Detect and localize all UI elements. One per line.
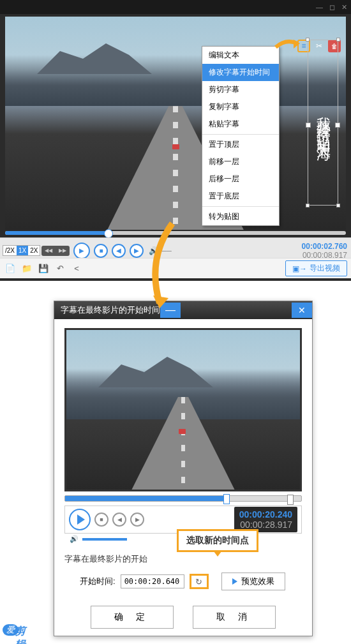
save-icon[interactable]: 💾 — [37, 262, 50, 275]
minimize-icon[interactable]: — — [316, 3, 323, 11]
undo-icon[interactable]: ↶ — [54, 262, 66, 275]
preview-button[interactable]: 预览效果 — [221, 573, 285, 590]
dialog-buttons: 确 定 取 消 — [64, 606, 302, 629]
frame-nav[interactable]: ◀◀▶▶ — [41, 246, 70, 256]
annotation-arrow — [140, 220, 179, 310]
dialog-prev-frame[interactable]: ◀ — [112, 513, 126, 527]
ctx-paste-subtitle[interactable]: 粘贴字幕 — [202, 116, 279, 133]
dialog-input-row: 开始时间: ↻ 预览效果 — [64, 573, 302, 590]
ctx-copy-subtitle[interactable]: 复制字幕 — [202, 98, 279, 116]
ctx-move-forward[interactable]: 前移一层 — [202, 153, 279, 170]
share-icon[interactable]: < — [70, 262, 83, 275]
dialog-titlebar: 字幕在最终影片的开始时间 — ✕ — [54, 301, 312, 319]
start-time-input[interactable] — [121, 574, 184, 588]
dialog-play-button[interactable] — [69, 509, 91, 530]
app-logo: 爱 剪辑 — [3, 624, 33, 641]
dialog-time-display: 00:00:20.240 00:00:28.917 — [234, 507, 297, 532]
current-time: 00:00:02.760 — [302, 242, 347, 251]
ctx-bring-front[interactable]: 置于顶层 — [202, 136, 279, 153]
dialog-next-frame[interactable]: ▶ — [130, 513, 144, 527]
dialog-start-label-prefix: 字幕在最终影片的开始 — [64, 554, 147, 564]
dialog-current-time: 00:00:20.240 — [239, 509, 292, 520]
start-time-label: 开始时间: — [80, 576, 116, 587]
dialog-seekbar[interactable] — [64, 495, 302, 502]
ok-button[interactable]: 确 定 — [91, 606, 174, 629]
open-icon[interactable]: 📁 — [20, 262, 33, 275]
window-titlebar: — ◻ ✕ — [0, 0, 351, 14]
dialog-label-row: 字幕在最终影片的开始 选取新的时间点 — [64, 553, 302, 565]
annotation-arrow-top — [274, 37, 300, 50]
export-video-button[interactable]: ▣→ 导出视频 — [285, 260, 347, 276]
seekbar-thumb[interactable] — [223, 494, 230, 504]
subtitle-text-box[interactable]: 我曾经跨过山和大海 — [308, 40, 338, 206]
volume-slider[interactable] — [82, 538, 127, 541]
stop-button[interactable]: ■ — [94, 244, 108, 258]
speed-2x[interactable]: 2X — [28, 246, 40, 255]
ctx-send-back[interactable]: 置于底层 — [202, 188, 279, 205]
video-car — [172, 144, 179, 149]
pick-time-button[interactable]: ↻ — [190, 574, 209, 589]
play-button[interactable]: ▶ — [73, 243, 90, 259]
new-icon[interactable]: 📄 — [4, 262, 17, 275]
speed-selector[interactable]: /2X 1X 2X — [3, 245, 40, 256]
dialog-stop-button[interactable]: ■ — [94, 513, 108, 527]
prev-frame-button[interactable]: ◀ — [112, 244, 126, 258]
video-scene — [5, 55, 346, 106]
dialog-total-time: 00:00:28.917 — [239, 520, 292, 530]
subtitle-text[interactable]: 我曾经跨过山和大海 — [308, 40, 339, 205]
ctx-modify-start-time[interactable]: 修改字幕开始时间 — [202, 64, 279, 81]
ctx-move-backward[interactable]: 后移一层 — [202, 170, 279, 188]
start-time-dialog: 字幕在最终影片的开始时间 — ✕ ■ ◀ ▶ 00:00:20.240 00:0… — [54, 301, 313, 636]
dialog-close-button[interactable]: ✕ — [292, 303, 312, 318]
ctx-cut-subtitle[interactable]: 剪切字幕 — [202, 81, 279, 98]
time-display: 00:00:02.760 00:00:08.917 — [302, 242, 347, 260]
export-icon: ▣→ — [292, 264, 307, 273]
cancel-button[interactable]: 取 消 — [193, 606, 276, 629]
volume-icon[interactable]: 🔊 — [70, 535, 78, 543]
logo-text: 剪辑 — [15, 625, 33, 644]
maximize-icon[interactable]: ◻ — [329, 3, 335, 11]
close-icon[interactable]: ✕ — [341, 3, 347, 11]
callout-pick-time: 选取新的时间点 — [177, 529, 258, 552]
ctx-edit-text[interactable]: 编辑文本 — [202, 47, 279, 64]
dialog-video-preview[interactable] — [64, 328, 302, 491]
context-menu: 编辑文本 修改字幕开始时间 剪切字幕 复制字幕 粘贴字幕 置于顶层 前移一层 后… — [202, 46, 280, 226]
ctx-convert-sticker[interactable]: 转为贴图 — [202, 208, 279, 225]
speed-1x[interactable]: 1X — [17, 246, 28, 255]
speed-half[interactable]: /2X — [3, 246, 17, 255]
